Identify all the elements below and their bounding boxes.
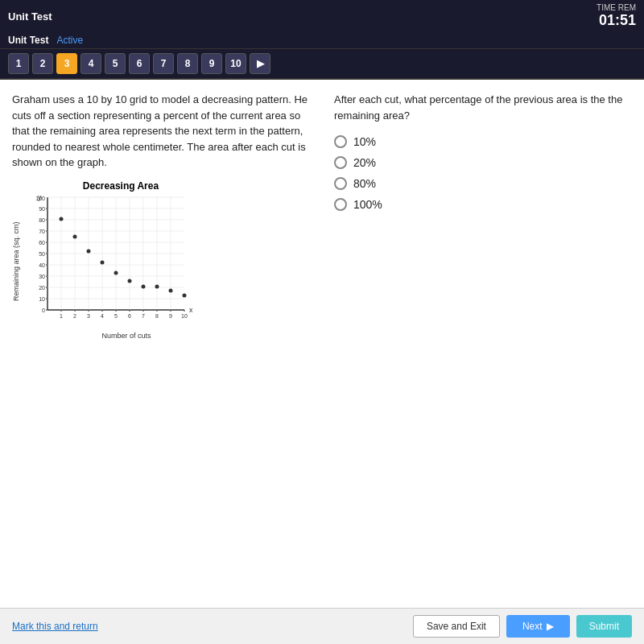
question-nav: 1 2 3 4 5 6 7 8 9 10 ▶	[0, 49, 644, 80]
sub-bar: Unit Test Active	[0, 32, 644, 49]
graph-wrap: Remaining area (sq. cm)	[12, 193, 205, 340]
right-panel: After each cut, what percentage of the p…	[326, 92, 632, 596]
svg-text:4: 4	[101, 313, 104, 319]
graph-svg: 0 10 20 30 40	[23, 193, 192, 330]
svg-point-72	[169, 288, 173, 292]
bottom-buttons: Save and Exit Next ▶ Submit	[413, 615, 632, 638]
question-text-right: After each cut, what percentage of the p…	[334, 92, 632, 123]
svg-text:10: 10	[39, 296, 45, 302]
option-label-4: 100%	[353, 198, 382, 211]
nav-next-arrow[interactable]: ▶	[250, 53, 270, 74]
option-radio-2[interactable]	[334, 156, 347, 169]
svg-point-67	[101, 260, 105, 264]
option-radio-1[interactable]	[334, 135, 347, 148]
option-item-1[interactable]: 10%	[334, 135, 632, 148]
svg-text:3: 3	[87, 313, 90, 319]
mark-return-link[interactable]: Mark this and return	[12, 621, 98, 632]
svg-point-65	[73, 234, 77, 238]
svg-point-66	[87, 249, 91, 253]
option-item-4[interactable]: 100%	[334, 198, 632, 211]
svg-text:1: 1	[60, 313, 63, 319]
next-button[interactable]: Next ▶	[506, 615, 570, 638]
svg-text:40: 40	[39, 262, 45, 268]
svg-point-73	[183, 293, 187, 297]
nav-btn-5[interactable]: 5	[105, 53, 126, 74]
graph-title: Decreasing Area	[36, 180, 205, 192]
nav-btn-2[interactable]: 2	[32, 53, 53, 74]
time-value: 01:51	[597, 12, 636, 29]
main-content: Graham uses a 10 by 10 grid to model a d…	[0, 80, 644, 644]
svg-point-71	[155, 284, 159, 288]
bottom-bar: Mark this and return Save and Exit Next …	[0, 608, 644, 644]
svg-text:6: 6	[128, 313, 131, 319]
nav-btn-6[interactable]: 6	[129, 53, 150, 74]
svg-text:30: 30	[39, 274, 45, 279]
svg-text:7: 7	[142, 313, 145, 319]
svg-text:20: 20	[39, 285, 45, 291]
nav-btn-9[interactable]: 9	[201, 53, 222, 74]
svg-point-68	[114, 270, 118, 275]
svg-text:5: 5	[114, 313, 118, 319]
submit-button[interactable]: Submit	[576, 615, 632, 638]
svg-text:9: 9	[169, 313, 172, 319]
y-axis-label: Remaining area (sq. cm)	[12, 197, 23, 326]
graph-container: Decreasing Area Remaining area (sq. cm)	[12, 180, 205, 341]
status-badge: Active	[56, 35, 83, 46]
option-label-2: 20%	[353, 156, 376, 169]
option-radio-4[interactable]	[334, 198, 347, 211]
time-remaining: TIME REM 01:51	[597, 3, 636, 29]
nav-btn-10[interactable]: 10	[225, 53, 246, 74]
left-panel: Graham uses a 10 by 10 grid to model a d…	[12, 92, 310, 596]
svg-text:10: 10	[181, 313, 188, 319]
svg-text:50: 50	[39, 251, 45, 257]
save-exit-button[interactable]: Save and Exit	[413, 615, 500, 638]
option-label-3: 80%	[353, 177, 376, 190]
page-title: Unit Test	[8, 10, 52, 23]
svg-point-64	[60, 217, 64, 221]
next-arrow-icon: ▶	[547, 621, 554, 632]
nav-btn-8[interactable]: 8	[177, 53, 198, 74]
svg-text:0: 0	[42, 308, 45, 313]
screen: Unit Test TIME REM 01:51 Unit Test Activ…	[0, 0, 644, 644]
question-area: Graham uses a 10 by 10 grid to model a d…	[0, 80, 644, 608]
graph-inner: 0 10 20 30 40	[23, 193, 205, 340]
nav-btn-4[interactable]: 4	[80, 53, 101, 74]
svg-point-70	[142, 284, 146, 288]
nav-btn-1[interactable]: 1	[8, 53, 29, 74]
svg-text:80: 80	[39, 217, 45, 223]
option-item-3[interactable]: 80%	[334, 177, 632, 190]
sub-title: Unit Test	[8, 35, 48, 46]
svg-text:x: x	[189, 306, 192, 314]
x-axis-label: Number of cuts	[47, 332, 205, 340]
svg-text:8: 8	[155, 313, 159, 319]
options-group: 10% 20% 80% 100%	[334, 135, 632, 211]
svg-text:2: 2	[73, 313, 76, 319]
option-label-1: 10%	[353, 135, 376, 148]
nav-btn-3[interactable]: 3	[56, 53, 77, 74]
question-text-left: Graham uses a 10 by 10 grid to model a d…	[12, 92, 310, 171]
time-label: TIME REM	[597, 3, 636, 12]
nav-btn-7[interactable]: 7	[153, 53, 174, 74]
option-item-2[interactable]: 20%	[334, 156, 632, 169]
option-radio-3[interactable]	[334, 177, 347, 190]
top-bar: Unit Test TIME REM 01:51	[0, 0, 644, 32]
svg-text:60: 60	[39, 240, 45, 246]
svg-text:70: 70	[39, 229, 45, 234]
svg-text:90: 90	[39, 206, 45, 212]
svg-point-69	[128, 279, 132, 283]
svg-text:y: y	[38, 193, 42, 201]
